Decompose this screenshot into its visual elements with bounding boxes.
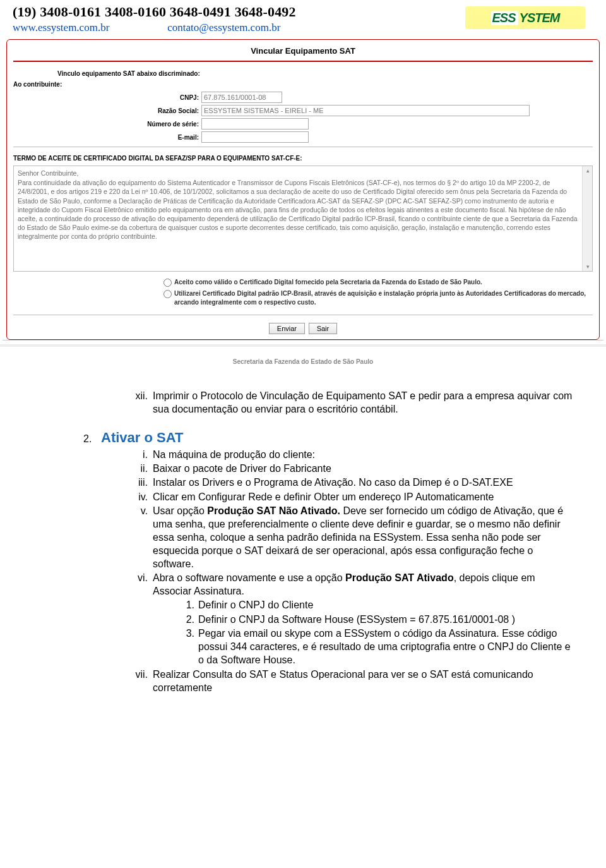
label-razao: Razão Social:	[13, 107, 201, 114]
marker-ii: ii.	[125, 462, 153, 475]
logo-text-2: YSTEM	[520, 11, 560, 25]
divider-red	[13, 61, 593, 62]
body-i: Na máquina de produção do cliente:	[153, 448, 576, 461]
radio-icp-label: Utilizarei Certificado Digital padrão IC…	[174, 289, 593, 307]
item-vi-1: 1. Definir o CNPJ do Cliente	[182, 598, 576, 612]
label-cnpj: CNPJ:	[13, 94, 201, 101]
radio-icp[interactable]	[163, 290, 172, 298]
radio-accept-label: Aceito como válido o Certificado Digital…	[174, 278, 482, 287]
divider-grey-2	[13, 315, 593, 315]
marker-iv: iv.	[125, 490, 153, 503]
scroll-up-icon[interactable]: ▴	[583, 166, 593, 175]
v-pre: Usar opção	[153, 505, 207, 516]
marker-v: v.	[125, 504, 153, 571]
secretaria-footer: Secretaria da Fazenda do Estado de São P…	[0, 344, 606, 370]
section-2-num: 2.	[83, 432, 101, 445]
body-iv: Clicar em Configurar Rede e definir Obte…	[153, 490, 576, 503]
marker-i: i.	[125, 448, 153, 461]
item-vii: vii. Realizar Consulta do SAT e Status O…	[125, 668, 576, 694]
field-row-serie: Número de série:	[13, 118, 593, 130]
email-link[interactable]: contato@essystem.com.br	[167, 21, 280, 34]
radio-block: Aceito como válido o Certificado Digital…	[13, 272, 593, 311]
label-serie: Número de série:	[13, 121, 201, 128]
item-iii: iii. Instalar os Drivers e o Programa de…	[125, 476, 576, 489]
marker-iii: iii.	[125, 476, 153, 489]
item-vi: vi. Abra o software novamente e use a op…	[125, 571, 576, 667]
body-vii: Realizar Consulta do SAT e Status Operac…	[153, 668, 576, 694]
marker-xii: xii.	[125, 389, 153, 416]
label-email: E-mail:	[13, 134, 201, 141]
term-textarea[interactable]: Senhor Contribuinte, Para continuidade d…	[13, 166, 593, 272]
field-row-email: E-mail:	[13, 131, 593, 143]
body-ii: Baixar o pacote de Driver do Fabricante	[153, 462, 576, 475]
body-vi: Abra o software novamente e use a opção …	[153, 571, 576, 667]
website-link[interactable]: www.essystem.com.br	[13, 21, 109, 34]
v-bold: Produção SAT Não Ativado.	[207, 505, 340, 516]
marker-vi: vi.	[125, 571, 153, 667]
button-row: Enviar Sair	[13, 319, 593, 334]
divider-grey-1	[13, 147, 593, 147]
item-vi-3: 3. Pegar via email ou skype com a ESSyst…	[182, 627, 576, 666]
item-v: v. Usar opção Produção SAT Não Ativado. …	[125, 504, 576, 571]
header-left: (19) 3408-0161 3408-0160 3648-0491 3648-…	[13, 4, 456, 34]
input-cnpj[interactable]	[201, 92, 282, 103]
page-header: (19) 3408-0161 3408-0160 3648-0491 3648-…	[0, 0, 606, 37]
item-iv: iv. Clicar em Configurar Rede e definir …	[125, 490, 576, 503]
sub-list: i. Na máquina de produção do cliente: ii…	[125, 448, 576, 694]
term-heading: TERMO DE ACEITE DE CERTIFICADO DIGITAL D…	[13, 151, 593, 166]
sat-form-box: Vincular Equipamento SAT Vinculo equipam…	[6, 39, 600, 340]
scroll-down-icon[interactable]: ▾	[583, 262, 593, 271]
term-salutation: Senhor Contribuinte,	[18, 169, 581, 178]
input-razao[interactable]	[201, 105, 530, 116]
body-xii: Imprimir o Protocolo de Vinculação de Eq…	[153, 389, 576, 416]
logo-text-1: ESS	[491, 11, 518, 25]
header-links: www.essystem.com.br contato@essystem.com…	[13, 21, 456, 34]
item-i: i. Na máquina de produção do cliente:	[125, 448, 576, 461]
enviar-button[interactable]: Enviar	[269, 323, 305, 334]
sair-button[interactable]: Sair	[309, 323, 338, 334]
radio-accept[interactable]	[163, 279, 172, 287]
field-row-cnpj: CNPJ:	[13, 92, 593, 103]
document-body: xii. Imprimir o Protocolo de Vinculação …	[0, 370, 606, 714]
body-v: Usar opção Produção SAT Não Ativado. Dev…	[153, 504, 576, 571]
marker-vi-2: 2.	[182, 613, 198, 626]
section-2-title: Ativar o SAT	[101, 428, 183, 447]
input-serie[interactable]	[201, 118, 309, 130]
section-2-heading: 2. Ativar o SAT	[83, 428, 576, 447]
vi-num-list: 1. Definir o CNPJ do Cliente 2. Definir …	[182, 598, 576, 666]
marker-vii: vii.	[125, 668, 153, 694]
body-iii: Instalar os Drivers e o Programa de Ativ…	[153, 476, 576, 489]
essystem-logo: ESSYSTEM	[465, 6, 585, 29]
term-body-text: Para continuidade da ativação do equipam…	[18, 178, 581, 241]
item-ii: ii. Baixar o pacote de Driver do Fabrica…	[125, 462, 576, 475]
marker-vi-3: 3.	[182, 627, 198, 666]
radio-row-icp[interactable]: Utilizarei Certificado Digital padrão IC…	[163, 289, 593, 307]
item-vi-2: 2. Definir o CNPJ da Software House (ESS…	[182, 613, 576, 626]
field-row-razao: Razão Social:	[13, 105, 593, 116]
vi-pre: Abra o software novamente e use a opção	[153, 572, 345, 583]
radio-row-accept[interactable]: Aceito como válido o Certificado Digital…	[163, 278, 593, 287]
body-vi-3: Pegar via email ou skype com a ESSystem …	[198, 627, 576, 666]
form-subhead-1: Vinculo equipamento SAT abaixo discrimin…	[13, 68, 593, 79]
body-vi-1: Definir o CNPJ do Cliente	[198, 598, 576, 612]
logo-wrap: ESSYSTEM	[456, 4, 595, 29]
form-subhead-2: Ao contribuinte:	[13, 79, 593, 90]
form-title: Vincular Equipamento SAT	[13, 42, 593, 61]
body-vi-2: Definir o CNPJ da Software House (ESSyst…	[198, 613, 576, 626]
input-email[interactable]	[201, 131, 309, 143]
vi-bold: Produção SAT Ativado	[345, 572, 454, 583]
item-xii: xii. Imprimir o Protocolo de Vinculação …	[125, 389, 576, 416]
scrollbar[interactable]: ▴ ▾	[582, 166, 592, 271]
marker-vi-1: 1.	[182, 598, 198, 612]
phone-numbers: (19) 3408-0161 3408-0160 3648-0491 3648-…	[13, 4, 456, 20]
footer-hr	[3, 340, 603, 341]
